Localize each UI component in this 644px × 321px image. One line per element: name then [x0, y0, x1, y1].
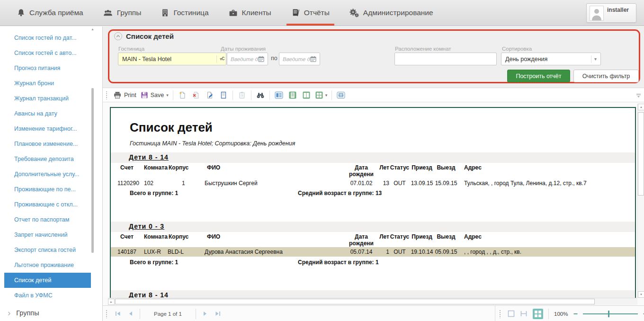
previous-page-button[interactable]: [127, 310, 134, 318]
scrollbar-thumb[interactable]: [638, 112, 644, 196]
date-to-field[interactable]: [279, 53, 320, 65]
zoom-percentage: 100%: [554, 311, 568, 317]
bell-icon: [17, 9, 25, 17]
group-average: Средний возраст в группе: 13: [298, 190, 382, 196]
toolbar-drag-handle[interactable]: [106, 91, 108, 99]
sidebar-item[interactable]: Льготное проживание: [0, 258, 91, 273]
view-multiple-pages-button[interactable]: ▾: [315, 91, 328, 99]
sidebar-item[interactable]: Журнал брони: [0, 76, 91, 91]
view-mode-single-button[interactable]: [508, 310, 515, 317]
scroll-up-icon[interactable]: ▲: [90, 27, 95, 31]
sidebar-item[interactable]: Дополнительные услу...: [0, 167, 91, 182]
delete-page-button[interactable]: [191, 90, 201, 100]
edit-page-button[interactable]: [205, 90, 215, 100]
sidebar-item-selected[interactable]: Список детей: [4, 273, 91, 288]
last-page-button[interactable]: [214, 310, 222, 318]
scroll-right-button[interactable]: ►: [108, 299, 115, 305]
cell-account: 140187: [117, 249, 144, 255]
view-mode-grid-button[interactable]: [533, 309, 543, 319]
cell-arrival: 13.09.15: [410, 180, 434, 187]
paste-help-button[interactable]: ?: [237, 90, 247, 100]
vertical-scrollbar[interactable]: ▲ ▼: [637, 104, 644, 298]
sidebar-item[interactable]: Проживающие по пе...: [0, 182, 91, 197]
section-heading: Дети 8 - 14: [129, 153, 169, 161]
sidebar-item[interactable]: Плановое изменение...: [0, 136, 91, 152]
find-button[interactable]: [256, 90, 265, 100]
first-page-button[interactable]: [114, 310, 122, 318]
date-from-input[interactable]: [231, 56, 258, 62]
scroll-down-button[interactable]: ▼: [638, 291, 644, 298]
view-single-page-button[interactable]: [274, 90, 284, 100]
next-page-button[interactable]: [201, 310, 209, 318]
cell-name: Быструшкин Сергей: [205, 180, 347, 187]
toolbar-separator: [269, 90, 270, 100]
calendar-icon[interactable]: [258, 56, 264, 62]
build-report-button[interactable]: Построить отчёт: [507, 70, 570, 82]
sidebar-item[interactable]: Прогноз питания: [0, 61, 91, 76]
scrollbar-thumb[interactable]: [91, 88, 94, 253]
cell-address: Тульская, , город Тула, Ленина, д.12, ст…: [458, 180, 635, 187]
chevron-down-icon[interactable]: ▾: [325, 93, 328, 98]
view-mode-fit-width-button[interactable]: [520, 310, 528, 317]
sidebar-item[interactable]: Требование депозита: [0, 152, 91, 167]
clear-filter-button[interactable]: Очистить фильтр: [573, 70, 639, 82]
date-from-field[interactable]: [227, 53, 268, 65]
page-setup-button[interactable]: [219, 90, 228, 100]
new-page-button[interactable]: [178, 90, 187, 100]
rooms-input[interactable]: [394, 53, 497, 65]
cell-age: 1: [376, 249, 389, 255]
sidebar-item[interactable]: Проживающие с откл...: [0, 197, 91, 212]
sidebar-scrollbar[interactable]: ▲ ▼: [91, 27, 94, 317]
date-to-input[interactable]: [283, 56, 310, 62]
print-button[interactable]: Print: [113, 91, 136, 99]
zoom-slider[interactable]: [583, 311, 638, 317]
date-from-label: с: [222, 55, 224, 62]
view-facing-pages-button[interactable]: [302, 90, 311, 100]
nav-item-reports[interactable]: Отчёты: [286, 0, 334, 26]
section-band: Дети 0 - 3: [111, 222, 635, 232]
gears-icon: [349, 9, 359, 18]
toolbar-separator: [331, 90, 332, 100]
sidebar-item[interactable]: Список гостей по дат...: [0, 30, 91, 45]
user-menu[interactable]: installer: [586, 3, 636, 23]
scroll-up-button[interactable]: ▲: [638, 104, 644, 110]
scrollbar-thumb[interactable]: [115, 299, 595, 304]
calendar-icon[interactable]: [310, 56, 316, 62]
col-header: Корпус: [168, 164, 205, 178]
col-header: Дата рождени: [347, 164, 376, 178]
collapse-panel-icon[interactable]: [114, 32, 122, 40]
sort-select[interactable]: День рождения ▾: [501, 53, 601, 65]
statusbar-drag-handle[interactable]: [106, 310, 108, 318]
sidebar-item[interactable]: Файл в УФМС: [0, 288, 91, 303]
sidebar-item[interactable]: Журнал транзакций: [0, 91, 91, 106]
save-label: Save: [151, 92, 164, 98]
hotel-select[interactable]: MAIN - Tesla Hotel ▾: [118, 53, 226, 65]
col-header: Адрес: [458, 164, 635, 178]
page-width-button[interactable]: [336, 90, 346, 100]
cell-birth-date: 05.07.14: [347, 249, 376, 255]
sidebar-item[interactable]: Экспорт списка гостей: [0, 242, 91, 258]
sidebar-item[interactable]: Изменение тарифног...: [0, 121, 91, 136]
sidebar-group-groups[interactable]: › Группы: [0, 305, 102, 321]
cell-room: 102: [144, 180, 168, 187]
sidebar-item[interactable]: Авансы на дату: [0, 106, 91, 121]
toolbar-collapse-button[interactable]: [635, 92, 642, 100]
sidebar: Список гостей по дат... Список гостей с …: [0, 27, 103, 321]
zoom-slider-thumb[interactable]: [608, 311, 609, 317]
nav-item-administration[interactable]: Администрирование: [345, 0, 438, 26]
zoom-out-button[interactable]: −: [573, 311, 577, 317]
nav-item-hotel[interactable]: Гостиница: [156, 0, 213, 26]
nav-item-groups[interactable]: Группы: [98, 0, 146, 26]
active-tab-underline: [286, 24, 334, 26]
horizontal-scrollbar[interactable]: ◄ ►: [108, 298, 637, 305]
col-header: Адрес: [458, 233, 635, 247]
sidebar-item[interactable]: Список гостей с авто...: [0, 45, 91, 61]
view-continuous-button[interactable]: [288, 90, 297, 100]
sidebar-item[interactable]: Отчет по паспортам: [0, 212, 91, 227]
nav-item-clients[interactable]: Клиенты: [224, 0, 276, 26]
save-button[interactable]: Save ▾: [141, 91, 169, 99]
zoom-drag-handle[interactable]: [499, 310, 501, 318]
sidebar-item[interactable]: Запрет начислений: [0, 227, 91, 242]
chevron-down-icon[interactable]: ▾: [166, 93, 169, 98]
nav-item-reception[interactable]: Служба приёма: [12, 0, 88, 26]
